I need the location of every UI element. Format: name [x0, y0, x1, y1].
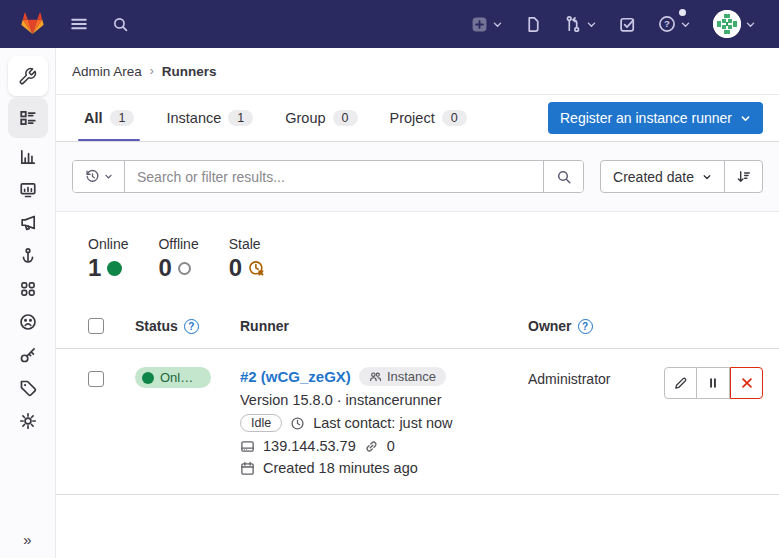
notification-dot — [679, 9, 686, 16]
hamburger-menu-icon[interactable] — [65, 10, 93, 38]
sidebar-item-messages[interactable] — [8, 206, 48, 239]
wrench-icon — [18, 67, 37, 86]
chevron-down-icon — [680, 19, 691, 30]
runner-link[interactable]: #2 (wCG_zeGX) — [240, 368, 351, 385]
stale-clock-icon — [248, 260, 265, 277]
edit-pencil-icon — [673, 376, 688, 391]
breadcrumb-admin-area[interactable]: Admin Area — [72, 64, 142, 79]
delete-x-icon — [740, 376, 754, 390]
overview-icon — [19, 109, 37, 127]
tab-all[interactable]: All 1 — [72, 95, 146, 141]
filter-bar: Created date — [56, 142, 779, 212]
runner-online-badge: Online — [135, 367, 211, 388]
offline-status-icon — [178, 262, 191, 275]
breadcrumb-separator: › — [150, 64, 154, 78]
main-content: Admin Area › Runners All 1 Instance 1 Gr… — [56, 48, 779, 558]
bar-chart-icon — [19, 148, 37, 166]
stat-stale: Stale 0 — [229, 236, 265, 282]
sidebar-item-system-hooks[interactable] — [8, 239, 48, 272]
select-all-checkbox[interactable] — [88, 318, 104, 334]
gitlab-logo[interactable] — [14, 6, 51, 42]
user-avatar — [713, 10, 741, 38]
runner-tabs-row: All 1 Instance 1 Group 0 Project 0 Regis… — [56, 95, 779, 142]
sidebar-expand-button[interactable]: » — [23, 531, 31, 548]
runner-actions — [664, 367, 763, 399]
online-status-icon — [107, 261, 122, 276]
runner-idle-badge: Idle — [240, 414, 282, 432]
sidebar-item-abuse-reports[interactable] — [8, 305, 48, 338]
sort-direction-button[interactable] — [724, 161, 762, 192]
tag-icon — [19, 379, 37, 397]
issues-icon[interactable] — [520, 11, 547, 38]
owner-help-icon[interactable]: ? — [578, 319, 593, 334]
column-owner: Owner — [528, 318, 572, 334]
search-input[interactable] — [125, 161, 543, 192]
runner-row-checkbox[interactable] — [88, 371, 104, 387]
search-icon[interactable] — [107, 11, 134, 38]
chevron-down-icon — [586, 19, 597, 30]
tab-instance[interactable]: Instance 1 — [154, 95, 265, 141]
clock-icon — [290, 416, 305, 431]
delete-runner-button[interactable] — [730, 367, 763, 399]
pause-runner-button[interactable] — [697, 367, 730, 399]
merge-requests-icon[interactable] — [559, 10, 602, 38]
stat-online: Online 1 — [88, 236, 128, 282]
calendar-icon — [240, 461, 255, 476]
link-icon — [364, 439, 379, 454]
edit-runner-button[interactable] — [664, 367, 697, 399]
runner-stats: Online 1 Offline 0 Stale 0 — [56, 212, 779, 304]
sidebar-item-analytics[interactable] — [8, 140, 48, 173]
new-menu-button[interactable] — [466, 11, 508, 38]
help-icon: ? — [658, 15, 676, 33]
breadcrumb: Admin Area › Runners — [56, 48, 779, 95]
search-submit-button[interactable] — [543, 161, 583, 192]
monitor-icon — [19, 181, 37, 199]
runner-ip-address: 139.144.53.79 — [263, 438, 356, 454]
sidebar-item-monitoring[interactable] — [8, 173, 48, 206]
sort-group: Created date — [600, 160, 763, 193]
sidebar-item-applications[interactable] — [8, 272, 48, 305]
chevron-down-icon — [702, 172, 712, 182]
sidebar-item-labels[interactable] — [8, 371, 48, 404]
sidebar-item-deploy-keys[interactable] — [8, 338, 48, 371]
runner-created: Created 18 minutes ago — [263, 460, 418, 476]
chevron-down-icon — [492, 19, 503, 30]
runner-version-line: Version 15.8.0 · instancerunner — [240, 392, 528, 408]
sidebar-item-settings[interactable] — [8, 404, 48, 437]
hook-icon — [19, 247, 37, 265]
tab-instance-count: 1 — [228, 110, 253, 126]
gear-icon — [19, 412, 37, 430]
online-dot-icon — [142, 372, 154, 384]
tab-project-count: 0 — [442, 110, 467, 126]
help-menu-button[interactable]: ? — [653, 10, 696, 38]
search-history-dropdown[interactable] — [73, 161, 125, 192]
runner-owner: Administrator — [528, 367, 663, 387]
sort-descending-icon — [736, 169, 751, 184]
search-filter-group — [72, 160, 584, 193]
stale-count: 0 — [229, 254, 242, 282]
pause-icon — [706, 376, 720, 390]
user-menu-button[interactable] — [708, 5, 761, 43]
runner-last-contact: Last contact: just now — [313, 415, 452, 431]
tab-project[interactable]: Project 0 — [378, 95, 479, 141]
column-status: Status — [135, 318, 178, 334]
column-runner: Runner — [240, 318, 289, 334]
register-instance-runner-button[interactable]: Register an instance runner — [548, 102, 763, 134]
key-icon — [19, 346, 37, 364]
runner-details: #2 (wCG_zeGX) Instance Version 15.8.0 · … — [240, 367, 528, 476]
megaphone-icon — [19, 214, 37, 232]
history-icon — [85, 169, 100, 184]
chevron-down-icon — [104, 172, 113, 181]
frown-face-icon — [19, 313, 37, 331]
chevron-down-icon — [740, 113, 751, 124]
stat-offline: Offline 0 — [158, 236, 198, 282]
status-help-icon[interactable]: ? — [184, 319, 199, 334]
search-icon — [556, 169, 572, 185]
sort-by-dropdown[interactable]: Created date — [601, 161, 724, 192]
todos-icon[interactable] — [614, 11, 641, 38]
admin-sidebar: » — [0, 48, 56, 558]
sidebar-item-overview[interactable] — [8, 98, 48, 138]
runner-type-badge: Instance — [359, 367, 446, 386]
sidebar-item-admin-area[interactable] — [8, 56, 48, 96]
tab-group[interactable]: Group 0 — [273, 95, 369, 141]
